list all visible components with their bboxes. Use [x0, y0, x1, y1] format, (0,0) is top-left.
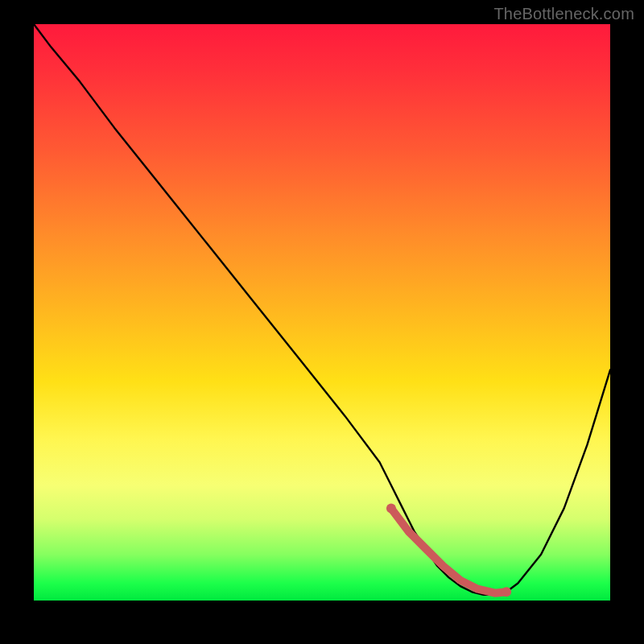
plot-area: [34, 24, 610, 601]
highlight-dot: [386, 503, 396, 513]
chart-frame: TheBottleneck.com: [0, 0, 644, 644]
watermark-text: TheBottleneck.com: [493, 5, 634, 23]
highlight-dot: [502, 587, 511, 597]
main-curve: [34, 24, 610, 595]
curve-svg: [34, 24, 610, 601]
highlight-dots: [386, 503, 511, 597]
